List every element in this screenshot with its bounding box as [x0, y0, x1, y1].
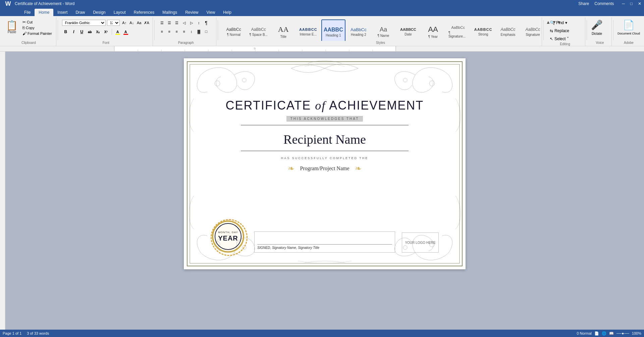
numbering-button[interactable]: ☰	[166, 19, 173, 26]
share-button[interactable]: Share	[578, 1, 589, 6]
style-signature2[interactable]: AaBbCc Signature	[521, 19, 545, 41]
word-logo: W	[3, 0, 13, 9]
style-title[interactable]: AA Title	[272, 19, 295, 41]
ruler-marks: 0	[114, 46, 396, 52]
clipboard-small-buttons: ✂ Cut ⎘ Copy 🖌 Format Painter	[21, 19, 53, 36]
style-year[interactable]: AA ¶ Year	[421, 19, 445, 41]
align-right-button[interactable]: ≡	[173, 28, 180, 35]
adobe-button[interactable]: 📄	[623, 19, 635, 30]
left-ruler	[0, 52, 5, 330]
style-date[interactable]: AABBCC Date	[396, 19, 420, 41]
document-page: CERTIFICATE of ACHIEVEMENT THIS ACKNOWLE…	[184, 58, 466, 269]
style-normal[interactable]: AaBbCc ¶ Normal	[222, 19, 246, 41]
indent-button[interactable]: ▷	[188, 19, 195, 26]
increase-font-button[interactable]: A↑	[121, 19, 128, 26]
cut-button[interactable]: ✂ Cut	[21, 19, 53, 25]
style-strong[interactable]: AABBCC Strong	[472, 19, 495, 41]
text-highlight-button[interactable]: A	[114, 28, 121, 36]
subscript-button[interactable]: X₂	[94, 28, 102, 36]
style-intense[interactable]: AABBCC Intense E...	[297, 19, 320, 41]
program-name[interactable]: Program/Project Name	[300, 165, 349, 172]
style-normal-preview: AaBbCc	[226, 27, 241, 32]
tab-draw[interactable]: Draw	[71, 9, 89, 16]
tab-design[interactable]: Design	[89, 9, 109, 16]
completed-text: HAS SUCCESSFULLY COMPLETED THE	[281, 156, 369, 160]
style-heading1[interactable]: AABBC Heading 1	[321, 19, 345, 41]
style-signature1[interactable]: AaBbCc ¶ Signature...	[446, 19, 470, 41]
copy-icon: ⎘	[22, 25, 25, 30]
superscript-button[interactable]: X²	[102, 28, 110, 36]
style-name[interactable]: Aa ¶ Name	[372, 19, 395, 41]
paste-button[interactable]: 📋 Paste	[4, 19, 20, 35]
select-button[interactable]: ↖ Select ˅	[548, 36, 571, 42]
style-strong-label: Strong	[478, 32, 488, 36]
maximize-button[interactable]: □	[630, 1, 633, 6]
decrease-font-button[interactable]: A↓	[128, 19, 135, 26]
style-heading2[interactable]: AaBbCc Heading 2	[347, 19, 370, 41]
style-name-label: ¶ Name	[377, 34, 389, 38]
line-spacing-button[interactable]: ↕	[188, 28, 195, 35]
tab-mailings[interactable]: Mailings	[158, 9, 181, 16]
tab-layout[interactable]: Layout	[110, 9, 130, 16]
style-emphasis[interactable]: AaBbCc Emphasis	[496, 19, 520, 41]
flourish-right: ❧	[355, 164, 362, 173]
comments-button[interactable]: Comments	[594, 1, 614, 6]
justify-button[interactable]: ≡	[181, 28, 187, 35]
bold-button[interactable]: B	[62, 28, 69, 36]
outdent-button[interactable]: ◁	[181, 19, 187, 26]
italic-button[interactable]: I	[70, 28, 77, 36]
para-row1: ☰ ☰ ☰ ◁ ▷ ↕ ¶	[159, 19, 210, 26]
format-painter-icon: 🖌	[22, 31, 26, 36]
certificate-content: CERTIFICATE of ACHIEVEMENT THIS ACKNOWLE…	[184, 58, 466, 188]
minimize-button[interactable]: ─	[622, 1, 625, 6]
style-spaced[interactable]: AaBbCc ¶ Space B...	[247, 19, 270, 41]
view-mode-print[interactable]: 📄	[594, 331, 599, 336]
seal-month-day: MONTH, DAY	[218, 231, 238, 234]
signature-area[interactable]: SIGNED, Signatory Name, Signatory Title	[254, 231, 395, 253]
tab-insert[interactable]: Insert	[53, 9, 71, 16]
tab-view[interactable]: View	[203, 9, 219, 16]
replace-button[interactable]: ⇆ Replace	[548, 27, 571, 34]
styles-label: Styles	[376, 41, 385, 45]
show-marks-button[interactable]: ¶	[203, 19, 210, 26]
style-heading1-preview: AABBC	[324, 26, 343, 33]
align-center-button[interactable]: ≡	[166, 28, 173, 35]
zoom-level: 100%	[632, 331, 641, 335]
recipient-name[interactable]: Recipient Name	[283, 132, 366, 147]
copy-button[interactable]: ⎘ Copy	[21, 25, 53, 30]
sep3	[218, 20, 218, 40]
clear-format-button[interactable]: ✗A	[143, 19, 150, 26]
align-left-button[interactable]: ≡	[159, 28, 165, 35]
borders-button[interactable]: □	[203, 28, 210, 35]
format-painter-button[interactable]: 🖌 Format Painter	[21, 31, 53, 36]
underline-button[interactable]: U	[78, 28, 86, 36]
font-content: Franklin Gothic 12 A↑ A↓ Aa ✗A B I U ab	[62, 18, 150, 41]
format-painter-label: Format Painter	[28, 31, 52, 36]
tab-file[interactable]: File	[20, 9, 35, 16]
tab-review[interactable]: Review	[181, 9, 202, 16]
change-case-button[interactable]: Aa	[136, 19, 143, 26]
tab-references[interactable]: References	[130, 9, 158, 16]
font-color-indicator	[123, 34, 128, 35]
bullets-button[interactable]: ☰	[159, 19, 165, 26]
style-intense-label: Intense E...	[300, 32, 317, 36]
paste-label: Paste	[8, 30, 16, 34]
style-sig1-preview: AaBbCc	[451, 25, 465, 30]
find-button[interactable]: 🔍 Find ▾	[548, 19, 569, 26]
font-size-select[interactable]: 12	[107, 20, 120, 26]
sort-button[interactable]: ↕	[196, 19, 202, 26]
close-button[interactable]: ✕	[638, 1, 641, 6]
title-italic: of	[315, 99, 326, 112]
zoom-slider[interactable]: ──●──	[616, 331, 629, 335]
tab-home[interactable]: Home	[35, 9, 53, 16]
font-color-button[interactable]: A	[122, 28, 129, 36]
tab-help[interactable]: Help	[219, 9, 235, 16]
dictate-button[interactable]: 🎤	[591, 19, 603, 30]
view-mode-read[interactable]: 📖	[609, 331, 614, 336]
shading-button[interactable]: ▓	[196, 28, 202, 35]
document-scroll[interactable]: CERTIFICATE of ACHIEVEMENT THIS ACKNOWLE…	[5, 52, 644, 330]
multilevel-button[interactable]: ☰	[173, 19, 180, 26]
view-mode-web[interactable]: 🌐	[602, 331, 606, 336]
font-family-select[interactable]: Franklin Gothic	[62, 20, 106, 26]
strikethrough-button[interactable]: ab	[86, 28, 94, 36]
